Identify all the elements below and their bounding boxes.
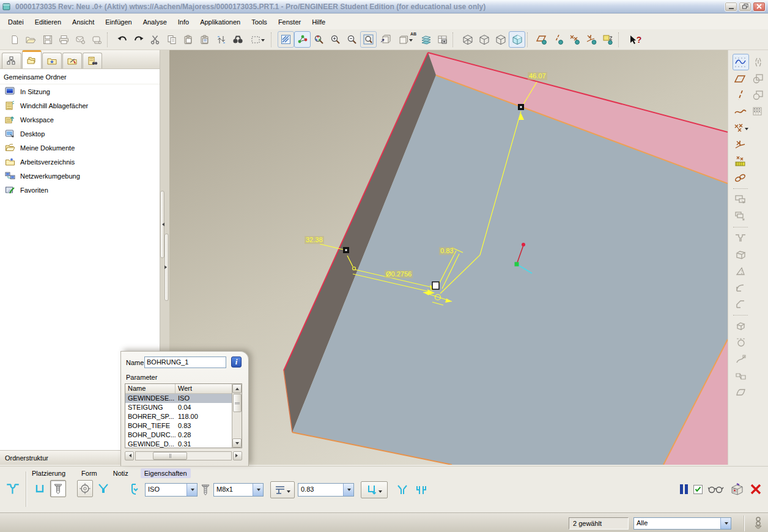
scroll-right-button[interactable] (233, 451, 242, 460)
paste-button[interactable] (180, 31, 196, 48)
redo-button[interactable] (130, 31, 147, 48)
context-help-button[interactable]: ? (625, 31, 646, 48)
find-button[interactable] (229, 31, 246, 48)
draft-tool-button[interactable] (733, 263, 749, 279)
copy-button[interactable] (163, 31, 180, 48)
intersect-button[interactable] (750, 70, 766, 87)
3d-viewport[interactable]: 46.07 32.38 Ø0.2756 0.83 (169, 50, 728, 465)
tab-tools-folder[interactable] (62, 53, 82, 68)
dimension-label-depth[interactable]: 0.83 (439, 247, 454, 255)
shell-tool-button[interactable] (733, 246, 749, 263)
menu-applikationen[interactable]: Applikationen (194, 16, 246, 28)
send-mail-button[interactable] (72, 31, 89, 48)
table-row[interactable]: BOHR_DURC... 0.28 (125, 430, 232, 440)
scroll-left-button[interactable] (125, 451, 134, 460)
column-header-wert[interactable]: Wert (175, 384, 232, 393)
revolve-tool-button[interactable] (733, 334, 749, 351)
blend-tool-button[interactable] (733, 368, 749, 384)
chamfer-tool-button[interactable] (733, 296, 749, 312)
tab-model-tree[interactable] (2, 53, 21, 68)
minimize-button[interactable] (725, 2, 737, 12)
shaded-button[interactable] (509, 31, 525, 48)
corner-round-button[interactable] (750, 54, 766, 70)
zoom-in-button[interactable] (327, 31, 344, 48)
datum-points-toggle[interactable] (567, 31, 583, 48)
nav-item-meine-dokumente[interactable]: Meine Dokumente (0, 141, 160, 155)
nav-item-workspace[interactable]: Workspace (0, 113, 160, 127)
menu-einfuegen[interactable]: Einfügen (100, 16, 137, 28)
datum-plane-button[interactable] (733, 70, 749, 87)
publish-geometry-button[interactable] (733, 208, 749, 224)
reorient-button[interactable] (377, 31, 393, 48)
table-row[interactable]: BOHRER_SP... 118.00 (125, 412, 232, 421)
table-row[interactable]: GEWINDE_D... 0.31 (125, 440, 232, 449)
view-manager-button[interactable] (434, 31, 451, 48)
dimension-label-diameter[interactable]: Ø0.2756 (385, 270, 413, 278)
tab-platzierung[interactable]: Platzierung (28, 468, 69, 478)
model-link-button[interactable] (733, 169, 749, 186)
table-row[interactable]: BOHR_TIEFE 0.83 (125, 421, 232, 430)
print-button[interactable] (56, 31, 72, 48)
straight-hole-button[interactable] (32, 480, 48, 497)
nav-item-netzwerkumgebung[interactable]: Netzwerkumgebung (0, 169, 160, 183)
menu-tools[interactable]: Tools (246, 16, 273, 28)
saved-views-button[interactable]: AB (393, 31, 418, 48)
tab-folder-browser[interactable] (22, 50, 42, 68)
pattern-table-button[interactable] (750, 103, 766, 120)
regenerate-button[interactable] (213, 31, 229, 48)
standard-thread-hole-button[interactable] (50, 480, 66, 497)
nav-item-desktop[interactable]: Desktop (0, 127, 160, 141)
nav-item-in-sitzung[interactable]: In Sitzung (0, 84, 160, 98)
horizontal-scroll-track[interactable] (135, 451, 232, 460)
combo-arrow-icon[interactable] (253, 484, 263, 496)
counterbore-button[interactable] (413, 481, 429, 498)
csys-display-toggle[interactable] (583, 31, 600, 48)
combo-arrow-icon[interactable] (186, 484, 197, 496)
countersink-button[interactable] (394, 481, 410, 498)
datum-point-caret-icon[interactable] (745, 128, 748, 132)
tab-form[interactable]: Form (78, 468, 101, 478)
nav-item-arbeitsverzeichnis[interactable]: Arbeitsverzeichnis (0, 155, 160, 169)
table-row[interactable]: GEWINDESE... ISO (125, 394, 232, 403)
sweep-tool-button[interactable] (733, 351, 749, 368)
tab-notiz[interactable]: Notiz (109, 468, 132, 478)
dimension-label-width[interactable]: 32.38 (305, 236, 324, 244)
horizontal-scroll-thumb[interactable] (153, 452, 187, 460)
restore-button[interactable] (739, 2, 751, 12)
menu-ansicht[interactable]: Ansicht (67, 16, 100, 28)
selection-filter-combo[interactable]: Alle (633, 517, 731, 530)
wireframe-button[interactable] (459, 31, 476, 48)
saved-views-caret-icon[interactable] (409, 39, 413, 43)
sketch-hole-button[interactable] (77, 480, 93, 497)
new-file-button[interactable] (6, 31, 23, 48)
hole-tool-button[interactable] (733, 230, 749, 246)
preview-checkbox[interactable] (693, 485, 703, 494)
annotations-toggle[interactable] (600, 31, 616, 48)
boundary-blend-button[interactable] (733, 384, 749, 401)
close-button[interactable] (753, 2, 766, 12)
filter-settings-button[interactable] (753, 517, 763, 530)
nav-item-favoriten[interactable]: Favoriten (0, 183, 160, 197)
project-button[interactable] (750, 87, 766, 103)
depth-value-combo[interactable]: 0.83 (298, 483, 354, 497)
drill-profile-button[interactable] (95, 480, 111, 497)
column-header-name[interactable]: Name (125, 384, 175, 393)
info-button[interactable]: i (231, 357, 242, 368)
dimension-label-height[interactable]: 46.07 (528, 72, 547, 80)
table-vertical-scrollbar[interactable] (232, 384, 242, 448)
hole-placement-handle[interactable] (432, 282, 439, 289)
copy-geometry-button[interactable] (733, 191, 749, 208)
select-box-caret-icon[interactable] (261, 39, 265, 43)
menu-datei[interactable]: Datei (2, 16, 29, 28)
scroll-down-button[interactable] (232, 438, 242, 448)
round-tool-button[interactable] (733, 279, 749, 296)
menu-analyse[interactable]: Analyse (138, 16, 172, 28)
nav-item-windchill[interactable]: Windchill Ablagefächer (0, 98, 160, 113)
hole-bottom-caret-icon[interactable] (378, 490, 382, 495)
sash-expand-handle[interactable] (164, 234, 169, 301)
repaint-button[interactable] (278, 31, 294, 48)
menu-info[interactable]: Info (172, 16, 194, 28)
datum-point-button[interactable] (730, 120, 751, 136)
cut-button[interactable] (147, 31, 163, 48)
hole-bottom-button[interactable] (361, 481, 388, 498)
